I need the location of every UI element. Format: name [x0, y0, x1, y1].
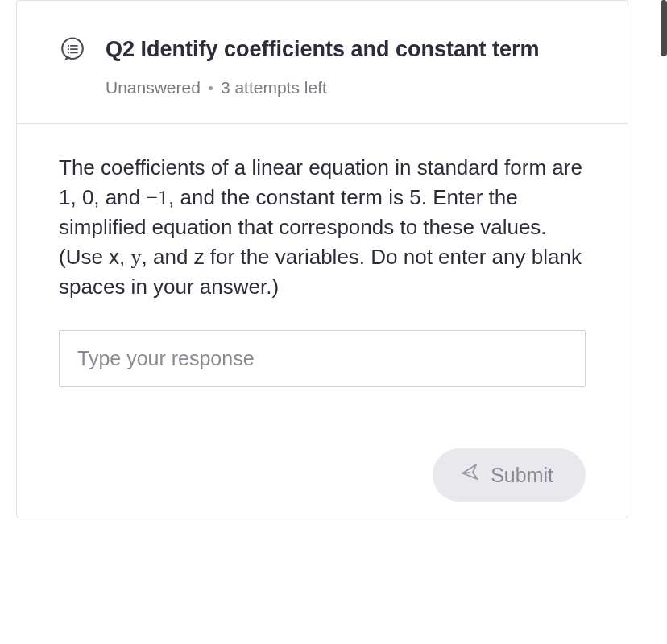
card-header: Q2 Identify coefficients and constant te… [17, 1, 628, 124]
scrollbar[interactable] [661, 0, 667, 56]
submit-label: Submit [491, 464, 553, 487]
submit-row: Submit [17, 419, 628, 518]
svg-point-3 [68, 48, 69, 50]
svg-point-1 [68, 45, 69, 47]
svg-point-5 [68, 52, 69, 53]
status-attempts: 3 attempts left [221, 78, 327, 97]
question-title: Q2 Identify coefficients and constant te… [106, 35, 586, 64]
status-unanswered: Unanswered [106, 78, 201, 97]
list-bubble-icon [59, 36, 86, 67]
send-icon [460, 463, 479, 487]
question-body-text: The coefficients of a linear equation in… [59, 153, 586, 301]
response-input[interactable] [59, 330, 586, 387]
question-card: Q2 Identify coefficients and constant te… [16, 0, 628, 518]
header-text: Q2 Identify coefficients and constant te… [106, 35, 586, 97]
status-row: Unanswered 3 attempts left [106, 78, 586, 97]
status-separator-dot [209, 86, 213, 90]
card-body: The coefficients of a linear equation in… [17, 124, 628, 419]
submit-button[interactable]: Submit [433, 448, 586, 502]
